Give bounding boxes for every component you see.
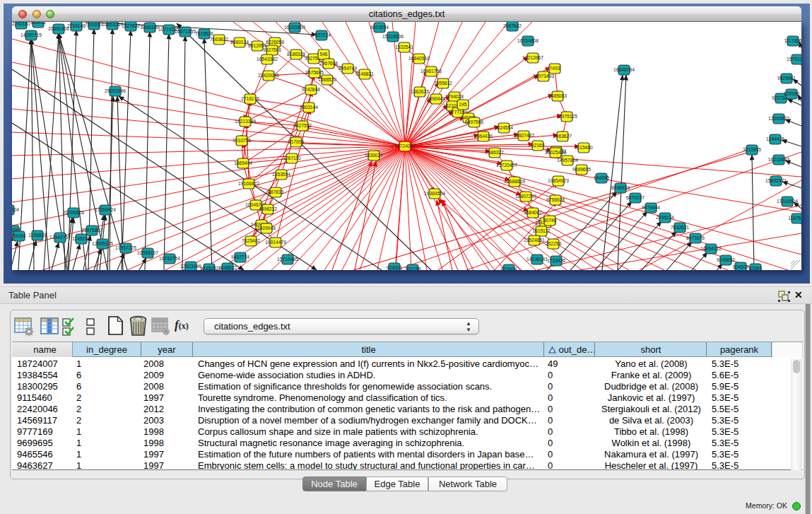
svg-text:9756928: 9756928: [546, 197, 565, 202]
svg-text:7955812: 7955812: [434, 81, 452, 86]
svg-text:7625402: 7625402: [242, 238, 260, 243]
svg-text:39154: 39154: [13, 233, 26, 238]
svg-text:15720407: 15720407: [496, 163, 517, 168]
svg-text:62160: 62160: [531, 143, 545, 148]
svg-text:1244415: 1244415: [766, 136, 784, 141]
svg-text:29053346: 29053346: [105, 88, 126, 93]
svg-text:3575685: 3575685: [305, 70, 324, 75]
svg-text:2087682: 2087682: [503, 23, 522, 28]
svg-text:12942757: 12942757: [49, 235, 71, 240]
svg-text:1145194: 1145194: [72, 236, 90, 241]
svg-text:16671355: 16671355: [175, 29, 196, 34]
svg-text:8938923: 8938923: [611, 185, 630, 190]
svg-text:1362615: 1362615: [411, 89, 429, 94]
svg-text:18724007: 18724007: [394, 144, 416, 148]
svg-text:2967608: 2967608: [319, 61, 338, 66]
svg-text:20691406: 20691406: [48, 26, 69, 31]
svg-text:9115460: 9115460: [575, 145, 593, 150]
svg-text:10958107: 10958107: [137, 250, 158, 255]
svg-text:7493: 7493: [550, 66, 560, 71]
svg-text:8454749: 8454749: [339, 66, 357, 71]
svg-text:19166822: 19166822: [238, 181, 259, 186]
svg-text:16648784: 16648784: [613, 67, 635, 72]
svg-text:924501: 924501: [387, 265, 403, 270]
svg-text:2292161: 2292161: [12, 22, 30, 26]
svg-text:1527602: 1527602: [122, 23, 140, 28]
svg-text:989412: 989412: [30, 22, 47, 25]
svg-text:12923446: 12923446: [180, 264, 201, 269]
svg-text:12093822: 12093822: [768, 116, 789, 121]
svg-text:2293146: 2293146: [67, 23, 86, 28]
svg-text:1332541: 1332541: [395, 45, 413, 49]
svg-text:17957225: 17957225: [115, 245, 136, 250]
svg-text:6466160: 6466160: [141, 25, 159, 30]
svg-text:19384554: 19384554: [424, 191, 445, 196]
svg-text:17359924: 17359924: [95, 207, 116, 212]
svg-text:15218506: 15218506: [382, 34, 404, 39]
svg-text:3267110: 3267110: [283, 156, 301, 160]
svg-text:9242848: 9242848: [302, 87, 320, 92]
svg-text:8427552: 8427552: [293, 123, 312, 128]
svg-text:12213967: 12213967: [522, 55, 543, 60]
svg-text:10653267: 10653267: [102, 22, 123, 27]
svg-text:1117306: 1117306: [784, 38, 801, 43]
svg-text:9327506: 9327506: [263, 47, 281, 52]
svg-text:1588520: 1588520: [318, 77, 336, 82]
svg-text:15692971: 15692971: [765, 178, 787, 183]
svg-text:12975125: 12975125: [556, 114, 577, 119]
svg-text:7663822: 7663822: [210, 37, 228, 42]
svg-text:12213389: 12213389: [235, 119, 256, 124]
svg-text:15751074: 15751074: [787, 57, 801, 62]
svg-text:7485063: 7485063: [548, 93, 567, 98]
svg-text:9463627: 9463627: [553, 134, 572, 139]
svg-text:2935114: 2935114: [656, 215, 674, 220]
svg-text:13524851: 13524851: [524, 238, 545, 243]
svg-text:1830027: 1830027: [365, 153, 383, 158]
svg-text:873904: 873904: [501, 267, 517, 270]
svg-text:546: 546: [319, 52, 327, 57]
svg-text:18640910: 18640910: [408, 56, 430, 61]
svg-text:87091: 87091: [749, 266, 763, 270]
svg-text:8226058: 8226058: [266, 40, 284, 45]
svg-text:1409948: 1409948: [257, 226, 276, 230]
svg-text:8990448: 8990448: [427, 96, 445, 101]
svg-text:302158: 302158: [405, 267, 421, 270]
svg-text:7515526: 7515526: [195, 31, 213, 36]
svg-text:20206526: 20206526: [63, 210, 84, 215]
svg-text:22420046: 22420046: [258, 73, 279, 78]
svg-text:887833: 887833: [268, 189, 284, 194]
svg-text:8471676: 8471676: [686, 235, 705, 240]
svg-text:2364436: 2364436: [474, 134, 493, 139]
svg-text:26160504: 26160504: [12, 207, 19, 212]
svg-text:4498222: 4498222: [259, 206, 277, 211]
svg-text:9245052: 9245052: [200, 266, 218, 270]
svg-text:1353594: 1353594: [272, 172, 290, 177]
svg-text:1615112: 1615112: [532, 228, 551, 233]
svg-text:80746: 80746: [543, 218, 557, 223]
svg-text:7632621: 7632621: [671, 225, 689, 230]
svg-text:3215955: 3215955: [743, 147, 761, 152]
svg-text:14055715: 14055715: [20, 33, 42, 37]
svg-text:33975867: 33975867: [81, 228, 102, 233]
svg-text:12505135: 12505135: [92, 241, 113, 246]
svg-text:9474444: 9474444: [642, 205, 660, 210]
svg-text:9245052: 9245052: [717, 257, 735, 262]
svg-text:1865494: 1865494: [234, 160, 252, 165]
svg-text:6879197: 6879197: [626, 195, 645, 200]
svg-text:10025438: 10025438: [545, 150, 566, 155]
svg-text:16782759: 16782759: [159, 256, 180, 261]
svg-text:14957804: 14957804: [557, 158, 578, 163]
svg-text:8813054: 8813054: [370, 25, 389, 30]
svg-text:1010755: 1010755: [233, 138, 251, 143]
svg-text:252254: 252254: [546, 241, 562, 246]
svg-text:245: 245: [459, 102, 466, 107]
svg-text:8046522: 8046522: [218, 265, 237, 270]
svg-text:6497568: 6497568: [465, 119, 483, 124]
svg-text:7533267: 7533267: [85, 22, 103, 27]
svg-text:16154808: 16154808: [517, 38, 539, 43]
svg-text:16961758: 16961758: [420, 69, 442, 74]
svg-text:15716485: 15716485: [277, 257, 298, 262]
svg-text:7357224: 7357224: [312, 33, 331, 37]
svg-text:2718176: 2718176: [241, 96, 259, 101]
svg-text:9699695: 9699695: [572, 167, 591, 172]
